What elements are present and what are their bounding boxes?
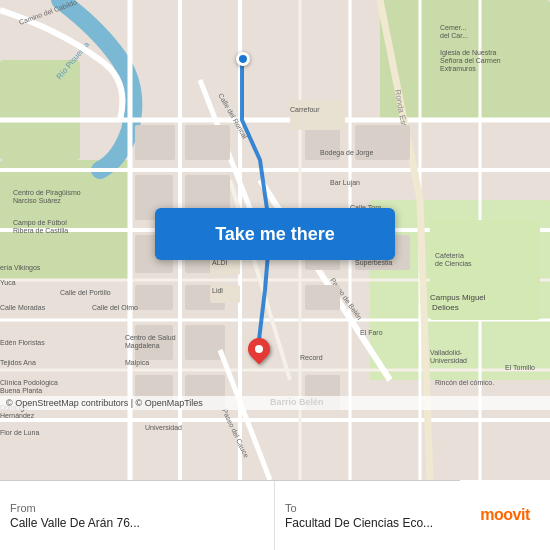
svg-text:Edén Floristas: Edén Floristas xyxy=(0,339,45,346)
svg-text:Bar Lujan: Bar Lujan xyxy=(330,179,360,187)
svg-text:Calle del Portillo: Calle del Portillo xyxy=(60,289,111,296)
svg-text:Superbestia: Superbestia xyxy=(355,259,392,267)
svg-text:Clínica Podológica: Clínica Podológica xyxy=(0,379,58,387)
svg-text:del Car...: del Car... xyxy=(440,32,468,39)
svg-text:Carrefour: Carrefour xyxy=(290,106,320,113)
svg-rect-23 xyxy=(135,125,175,160)
svg-text:El Faro: El Faro xyxy=(360,329,383,336)
svg-text:Flor de Luna: Flor de Luna xyxy=(0,429,39,436)
svg-text:Centro de Piragüismo: Centro de Piragüismo xyxy=(13,189,81,197)
svg-text:Delioes: Delioes xyxy=(432,303,459,312)
svg-text:Calle del Olmo: Calle del Olmo xyxy=(92,304,138,311)
moovit-brand-text: moovit xyxy=(480,506,529,524)
svg-text:Narciso Suárez: Narciso Suárez xyxy=(13,197,61,204)
svg-text:Valladolid-: Valladolid- xyxy=(430,349,463,356)
svg-text:Cafetería: Cafetería xyxy=(435,252,464,259)
svg-text:Record: Record xyxy=(300,354,323,361)
map-container: Río Pisuerga Camino del Cabildo Paseo de… xyxy=(0,0,550,480)
svg-rect-41 xyxy=(290,100,345,130)
from-label: From xyxy=(10,502,264,514)
svg-text:Iglesia de Nuestra: Iglesia de Nuestra xyxy=(440,49,497,57)
svg-text:Rincón del cómico.: Rincón del cómico. xyxy=(435,379,494,386)
svg-text:Extramuros: Extramuros xyxy=(440,65,476,72)
svg-text:Universidad: Universidad xyxy=(430,357,467,364)
svg-text:Hernández: Hernández xyxy=(0,412,35,419)
svg-text:ería Vikingos: ería Vikingos xyxy=(0,264,41,272)
bottom-bar: From Calle Valle De Arán 76... To Facult… xyxy=(0,480,550,550)
moovit-logo: moovit xyxy=(460,480,550,550)
svg-text:Campo de Fútbol: Campo de Fútbol xyxy=(13,219,67,227)
from-value: Calle Valle De Arán 76... xyxy=(10,516,264,530)
svg-text:Ribera de Castilla: Ribera de Castilla xyxy=(13,227,68,234)
svg-text:Lidl: Lidl xyxy=(212,287,223,294)
svg-text:Campus Miguel: Campus Miguel xyxy=(430,293,486,302)
destination-marker xyxy=(248,338,270,368)
map-attribution: © OpenStreetMap contributors | © OpenMap… xyxy=(0,396,550,410)
svg-text:Señora del Carmen: Señora del Carmen xyxy=(440,57,501,64)
svg-text:El Tomillo: El Tomillo xyxy=(505,364,535,371)
svg-text:Buena Planta: Buena Planta xyxy=(0,387,42,394)
origin-marker xyxy=(236,52,250,66)
origin-section[interactable]: From Calle Valle De Arán 76... xyxy=(0,481,275,550)
svg-text:Calle Moradas: Calle Moradas xyxy=(0,304,46,311)
svg-text:ALDI: ALDI xyxy=(212,259,228,266)
svg-text:Magdalena: Magdalena xyxy=(125,342,160,350)
svg-text:Cemer...: Cemer... xyxy=(440,24,467,31)
svg-rect-36 xyxy=(185,325,225,360)
svg-rect-24 xyxy=(185,125,230,160)
svg-rect-39 xyxy=(305,285,340,310)
svg-text:Tejidos Ana: Tejidos Ana xyxy=(0,359,36,367)
svg-text:Universidad: Universidad xyxy=(145,424,182,431)
svg-text:Yuca: Yuca xyxy=(0,279,16,286)
svg-text:Malpica: Malpica xyxy=(125,359,149,367)
svg-rect-33 xyxy=(135,285,173,310)
svg-text:de Ciencias: de Ciencias xyxy=(435,260,472,267)
svg-text:Bodega de Jorge: Bodega de Jorge xyxy=(320,149,373,157)
svg-text:Centro de Salud: Centro de Salud xyxy=(125,334,176,341)
svg-rect-2 xyxy=(0,60,80,160)
take-me-there-button[interactable]: Take me there xyxy=(155,208,395,260)
